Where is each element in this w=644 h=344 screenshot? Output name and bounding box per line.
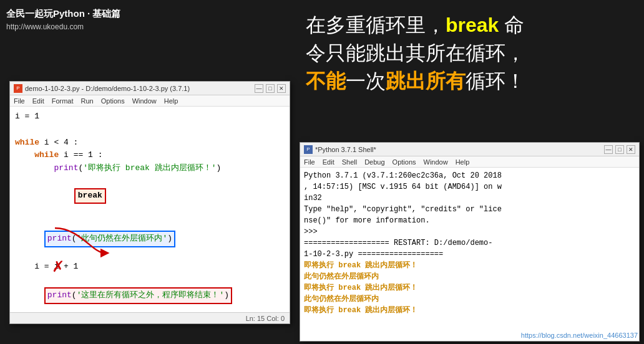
shell-header-5: nse()" for more information. [304,215,635,226]
shell-icon: P [304,145,313,154]
shell-close-button[interactable]: ✕ [627,145,635,154]
branding-block: 全民一起玩Python · 基础篇 http://www.ukoedu.com [6,6,120,33]
editor-content: i = 1 while i < 4 : while i == 1 : print… [10,107,290,311]
code-line-1: i = 1 [15,110,285,123]
shell-menu-options[interactable]: Options [393,158,416,166]
shell-restart-2: 1-10-2-3.py =================== [304,249,635,260]
shell-out-2: 此句仍然在外层循环内 [304,271,635,282]
code-line-2 [15,123,285,136]
menu-run[interactable]: Run [81,97,94,105]
editor-titlebar: P demo-1-10-2-3.py - D:/demo/demo-1-10-2… [10,82,290,95]
shell-out-3: 即将执行 break 跳出内层循环！ [304,282,635,294]
close-button[interactable]: ✕ [277,84,286,93]
shell-header-4: Type "help", "copyright", "credits" or "… [304,204,635,215]
menu-help[interactable]: Help [164,97,178,105]
explanation-line1: 在多重循环里，break 命 [306,11,638,39]
shell-minimize-button[interactable]: — [604,145,613,154]
menu-window[interactable]: Window [132,97,157,105]
branding-title: 全民一起玩Python · 基础篇 [6,6,120,21]
menu-format[interactable]: Format [52,97,74,105]
shell-menu-shell[interactable]: Shell [342,158,357,166]
shell-restart-1: =================== RESTART: D:/demo/dem… [304,237,635,249]
shell-menu-edit[interactable]: Edit [323,158,334,166]
menu-file[interactable]: File [14,97,25,105]
shell-title: *Python 3.7.1 Shell* [315,146,376,153]
shell-header-1: Python 3.7.1 (v3.7.1:260ec2c36a, Oct 20 … [304,170,635,181]
shell-controls[interactable]: — □ ✕ [604,145,635,154]
shell-out-4: 此句仍然在外层循环内 [304,294,635,305]
code-line-6: break [45,175,285,216]
editor-menubar: File Edit Format Run Options Window Help [10,95,290,107]
shell-header-3: in32 [304,193,635,204]
branding-url: http://www.ukoedu.com [6,21,120,33]
code-line-3: while i < 4 : [15,136,285,150]
editor-title: demo-1-10-2-3.py - D:/demo/demo-1-10-2-3… [25,85,190,92]
shell-menubar: File Edit Shell Debug Options Window Hel… [300,156,639,168]
shell-header-2: , 14:57:15) [MSC v.1915 64 bit (AMD64)] … [304,181,635,193]
shell-menu-file[interactable]: File [304,158,315,166]
statusbar-text: Ln: 15 Col: 0 [246,315,285,322]
explanation-line3: 不能一次跳出所有循环！ [306,67,638,95]
shell-content: Python 3.7.1 (v3.7.1:260ec2c36a, Oct 20 … [300,168,639,341]
editor-statusbar: Ln: 15 Col: 0 [10,312,290,323]
code-line-5: print('即将执行 break 跳出内层循环！') [15,162,285,175]
shell-maximize-button[interactable]: □ [615,145,624,154]
explanation-line2: 令只能跳出其所在循环， [306,39,638,67]
editor-window: P demo-1-10-2-3.py - D:/demo/demo-1-10-2… [9,81,290,324]
shell-menu-window[interactable]: Window [424,158,448,166]
menu-edit[interactable]: Edit [32,97,44,105]
editor-icon: P [14,84,22,93]
shell-titlebar: P *Python 3.7.1 Shell* — □ ✕ [300,143,639,156]
minimize-button[interactable]: — [255,84,263,93]
red-x-mark: ✗ [52,253,64,281]
code-line-4: while i == 1 : [15,149,285,162]
shell-prompt: >>> [304,226,635,237]
shell-menu-help[interactable]: Help [456,158,470,166]
maximize-button[interactable]: □ [266,84,275,93]
editor-controls[interactable]: — □ ✕ [255,84,286,93]
shell-window: P *Python 3.7.1 Shell* — □ ✕ File Edit S… [300,142,640,342]
shell-out-5: 即将执行 break 跳出内层循环！ [304,305,635,316]
explanation-text: 在多重循环里，break 命 令只能跳出其所在循环， 不能一次跳出所有循环！ [306,11,638,95]
menu-options[interactable]: Options [101,97,125,105]
shell-menu-debug[interactable]: Debug [364,158,384,166]
shell-out-1: 即将执行 break 跳出内层循环！ [304,260,635,271]
attribution-text: https://blog.csdn.net/weixin_44663137 [521,332,638,339]
